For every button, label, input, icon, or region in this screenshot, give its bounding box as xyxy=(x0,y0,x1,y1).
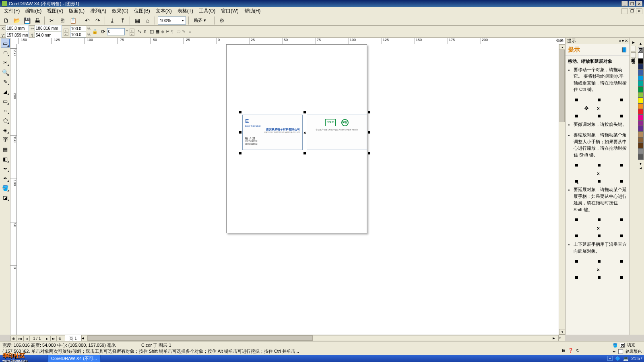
tray-icon-1[interactable]: 🔷 xyxy=(615,356,621,361)
selection-handle-nw[interactable] xyxy=(239,111,242,113)
app-launcher-button[interactable]: ▦ xyxy=(133,16,142,25)
fill-tool[interactable]: 🪣 xyxy=(1,183,10,192)
color-swatch[interactable] xyxy=(638,75,644,81)
crop-tool[interactable]: ✂ xyxy=(1,58,10,67)
selection-handle-se[interactable] xyxy=(368,152,370,154)
snap-combo[interactable]: 贴齐 ▾ xyxy=(192,16,212,25)
first-page-button[interactable]: ⏮ xyxy=(17,336,23,341)
selection-handle-w[interactable] xyxy=(239,131,242,134)
taskbar-app-button[interactable]: CorelDRAW X4 (不可... xyxy=(47,355,101,362)
horizontal-scrollbar[interactable]: ◂ ▸ xyxy=(81,335,559,341)
menu-窗口[interactable]: 窗口(W) xyxy=(219,7,241,15)
rectangle-tool[interactable]: ▭ xyxy=(1,97,10,105)
mdi-restore-button[interactable]: ❐ xyxy=(629,8,635,14)
nav-view-button[interactable]: ⌂ xyxy=(559,335,565,341)
mdi-close-button[interactable]: ✕ xyxy=(636,8,642,14)
rotate-spinner[interactable]: ▴▾ xyxy=(130,29,134,35)
paste-button[interactable]: 📋 xyxy=(68,16,77,25)
docker-arrow-icon[interactable]: ▸ xyxy=(631,39,636,45)
basic-shapes-tool[interactable]: ◈ xyxy=(1,125,10,134)
outline-swatch[interactable] xyxy=(618,349,623,354)
color-swatch[interactable] xyxy=(638,70,644,75)
last-page-button[interactable]: ⏭ xyxy=(50,336,57,341)
no-fill-swatch[interactable]: ⊠ xyxy=(638,47,644,53)
lock-ratio-button[interactable]: 🔒 xyxy=(92,29,98,34)
ellipse-tool[interactable]: ○ xyxy=(1,106,10,115)
rotation-input[interactable] xyxy=(107,28,125,35)
color-swatch[interactable] xyxy=(638,143,644,148)
selection-handle-e[interactable] xyxy=(368,131,370,134)
menu-编辑[interactable]: 编辑(E) xyxy=(23,7,44,15)
smart-fill-tool[interactable]: ◢ xyxy=(1,87,10,96)
palette-flyout-button[interactable]: ◂ xyxy=(637,166,644,170)
menu-表格[interactable]: 表格(T) xyxy=(175,7,196,15)
export-button[interactable]: ⤒ xyxy=(118,16,127,25)
color-swatch[interactable] xyxy=(638,132,644,137)
size-spinner[interactable]: ▴▾ xyxy=(64,29,68,35)
x-position-input[interactable] xyxy=(6,25,29,31)
welcome-button[interactable]: ⌂ xyxy=(143,16,152,25)
add-page-after-button[interactable]: ⊕ xyxy=(57,336,63,341)
undo-button[interactable]: ↶ xyxy=(83,16,92,25)
outline-tool[interactable]: ✒ xyxy=(1,174,10,183)
status-icon-3[interactable]: ↻ xyxy=(576,348,580,353)
color-swatch[interactable] xyxy=(638,137,644,143)
scale-y-input[interactable] xyxy=(70,32,86,37)
convert-curves-button[interactable]: ⬭ xyxy=(177,29,180,34)
ruler-vertical[interactable]: 250200150100500 xyxy=(10,44,17,335)
color-swatch[interactable] xyxy=(638,109,644,115)
mdi-minimize-button[interactable]: _ xyxy=(621,8,628,14)
menu-效果[interactable]: 效果(C) xyxy=(109,7,131,15)
scroll-up-button[interactable]: ▴ xyxy=(559,44,565,50)
palette-down-button[interactable]: ▾ xyxy=(637,161,644,166)
prev-page-button[interactable]: ◂ xyxy=(23,336,30,341)
zoom-tool[interactable]: 🔍 xyxy=(1,68,10,76)
book-icon[interactable]: 📘 xyxy=(621,47,627,53)
menu-排列[interactable]: 排列(A) xyxy=(88,7,109,15)
print-button[interactable]: 🖶 xyxy=(33,16,42,25)
selection-handle-n[interactable] xyxy=(303,111,306,113)
tab-close-icon[interactable]: ⊠ xyxy=(631,60,636,65)
side-tab-object-props[interactable]: 对象属性 xyxy=(631,52,636,58)
options-button[interactable]: ⚙ xyxy=(217,16,226,25)
selected-object-card-front[interactable]: E Excel Technology 吉安豪威电子材料有限公司 JI AN EX… xyxy=(242,115,303,150)
zoom-combo[interactable]: 100% ▾ xyxy=(158,16,186,25)
scroll-v-thumb[interactable] xyxy=(559,50,565,122)
menu-文件[interactable]: 文件(F) xyxy=(2,7,22,15)
align-button[interactable]: ≡ xyxy=(189,29,191,34)
menu-文本[interactable]: 文本(X) xyxy=(153,7,174,15)
color-swatch[interactable] xyxy=(638,58,644,64)
color-swatch[interactable] xyxy=(638,120,644,126)
polygon-tool[interactable]: ⬠ xyxy=(1,116,10,125)
color-swatch[interactable] xyxy=(638,86,644,92)
save-button[interactable]: 💾 xyxy=(23,16,31,25)
ungroup-button[interactable]: ◫ xyxy=(150,29,154,34)
freehand-tool[interactable]: ✎ xyxy=(1,77,10,86)
outline-indicator-icon[interactable]: ✒ xyxy=(613,350,616,354)
scroll-down-button[interactable]: ▾ xyxy=(559,329,565,335)
mirror-v-button[interactable]: ⥯ xyxy=(143,29,147,34)
docker-collapse-button[interactable]: » xyxy=(619,39,621,43)
vertical-scrollbar[interactable]: ▴ ▾ xyxy=(559,44,565,335)
menu-版面[interactable]: 版面(L) xyxy=(66,7,87,15)
side-tab-transform[interactable]: 变换调整 xyxy=(631,46,636,51)
scroll-h-thumb[interactable] xyxy=(87,335,313,341)
wrap-button[interactable]: ¶ xyxy=(171,29,173,34)
status-icon-1[interactable]: 🖥 xyxy=(561,348,566,353)
cut-button[interactable]: ✂ xyxy=(47,16,56,25)
docker-close-button[interactable]: ✕ xyxy=(625,39,628,43)
combine-button[interactable]: ◆ xyxy=(161,29,164,34)
shape-tool[interactable]: ◠ xyxy=(1,48,10,57)
color-swatch[interactable] xyxy=(638,154,644,160)
status-icon-2[interactable]: ❓ xyxy=(568,348,574,353)
scroll-left-button[interactable]: ◂ xyxy=(82,335,87,341)
text-tool[interactable]: 字 xyxy=(1,135,10,144)
menu-视图[interactable]: 视图(V) xyxy=(45,7,66,15)
color-swatch[interactable] xyxy=(638,92,644,98)
redo-button[interactable]: ↷ xyxy=(93,16,102,25)
menu-工具[interactable]: 工具(O) xyxy=(196,7,218,15)
fill-indicator-icon[interactable]: 🪣 xyxy=(613,343,617,348)
scroll-right-button[interactable]: ▸ xyxy=(553,335,558,341)
ungroup-all-button[interactable]: ▦ xyxy=(155,29,159,34)
y-position-input[interactable] xyxy=(6,32,29,38)
